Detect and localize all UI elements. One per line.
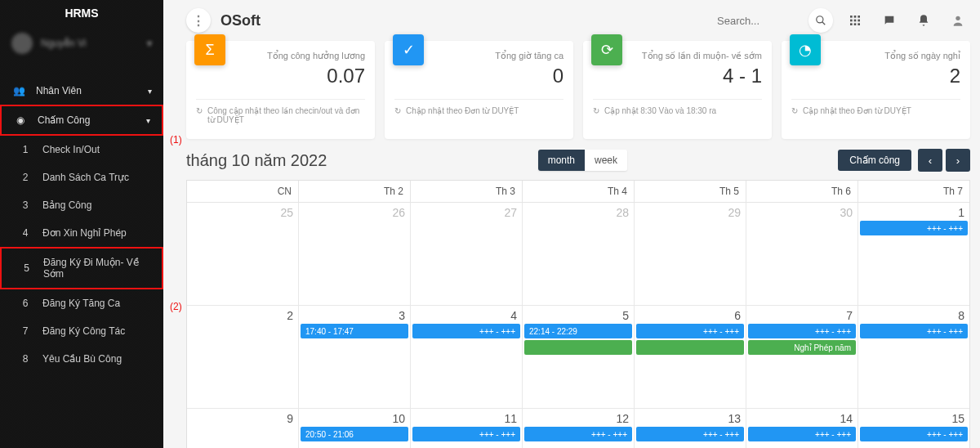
svg-rect-8 xyxy=(850,23,853,25)
calendar-event[interactable]: +++ - +++ xyxy=(748,427,856,441)
calendar-cell[interactable]: 4+++ - +++ xyxy=(411,306,523,409)
sidebar-sub-1[interactable]: 1Check In/Out xyxy=(0,136,163,164)
apps-icon[interactable] xyxy=(843,8,867,33)
event-right: +++ - +++ xyxy=(927,327,963,336)
calendar-cell[interactable]: 26 xyxy=(299,203,411,306)
calendar-cell[interactable]: 12+++ - +++ xyxy=(523,409,635,448)
day-number: 6 xyxy=(639,309,741,322)
sidebar-item-chamcong[interactable]: ◉ Chấm Công ▾ xyxy=(0,105,163,136)
event-right: +++ - +++ xyxy=(479,327,515,336)
calendar-cell[interactable]: 11+++ - +++ xyxy=(411,409,523,448)
calendar-cell[interactable]: 25 xyxy=(187,203,299,306)
calendar-cell[interactable]: 9 xyxy=(187,409,299,448)
search-button[interactable] xyxy=(808,8,833,33)
calendar-event[interactable] xyxy=(636,340,744,355)
svg-point-11 xyxy=(956,16,960,20)
calendar: CNTh 2Th 3Th 4Th 5Th 6Th 72526272829301+… xyxy=(186,180,970,448)
calendar-cell[interactable]: 14+++ - +++ xyxy=(746,409,858,448)
sidebar-sub-num: 2 xyxy=(21,172,29,183)
calendar-event[interactable]: +++ - +++ xyxy=(412,324,520,338)
sidebar-sub-4[interactable]: 4Đơn Xin Nghỉ Phép xyxy=(0,219,163,247)
day-number: 3 xyxy=(304,309,405,322)
sidebar-sub-8[interactable]: 8Yêu Cầu Bù Công xyxy=(0,345,163,373)
card-footer: Cập nhật theo Đơn từ DUYỆT xyxy=(803,106,911,115)
calendar-event[interactable]: 17:40 - 17:47 xyxy=(301,324,408,338)
sidebar-user[interactable]: Nguyễn Vi ▾ xyxy=(0,26,163,60)
calendar-cell[interactable]: 7+++ - +++Nghỉ Phép năm xyxy=(746,306,858,409)
bell-icon[interactable] xyxy=(911,8,936,33)
calendar-cell[interactable]: 522:14 - 22:29 xyxy=(523,306,635,409)
search-input[interactable] xyxy=(717,15,799,27)
calendar-cell[interactable]: 30 xyxy=(746,203,858,306)
day-number: 12 xyxy=(528,412,629,425)
calendar-event[interactable]: +++ - +++ xyxy=(412,427,520,441)
topbar: ⋮ OSoft xyxy=(186,0,970,41)
calendar-event[interactable]: +++ - +++ xyxy=(860,221,968,235)
calendar-day-header: Th 4 xyxy=(523,181,635,203)
calendar-event[interactable] xyxy=(524,340,632,355)
card-icon: ✓ xyxy=(393,34,424,65)
sidebar-sub-7[interactable]: 7Đăng Ký Công Tác xyxy=(0,317,163,345)
day-number: 8 xyxy=(863,309,964,322)
calendar-cell[interactable]: 28 xyxy=(523,203,635,306)
sidebar-item-nhanvien[interactable]: 👥 Nhân Viên ▾ xyxy=(0,77,163,105)
view-week-button[interactable]: week xyxy=(585,150,627,171)
prev-button[interactable]: ‹ xyxy=(918,149,942,172)
calendar-event[interactable]: +++ - +++ xyxy=(636,324,744,338)
refresh-icon: ↻ xyxy=(791,106,798,115)
calendar-cell[interactable]: 1+++ - +++ xyxy=(858,203,969,306)
day-number: 30 xyxy=(751,206,853,219)
calendar-event[interactable]: +++ - +++ xyxy=(636,427,744,441)
menu-dots-button[interactable]: ⋮ xyxy=(186,8,211,33)
svg-rect-5 xyxy=(850,20,853,22)
event-right: +++ - +++ xyxy=(815,430,851,439)
user-icon[interactable] xyxy=(946,8,970,33)
event-right: +++ - +++ xyxy=(479,430,515,439)
sidebar-sub-5[interactable]: 5Đăng Ký Đi Muộn- Về Sớm xyxy=(0,247,163,289)
calendar-day-header: CN xyxy=(187,181,299,203)
calendar-nav: ‹ › xyxy=(918,149,970,172)
refresh-icon: ↻ xyxy=(196,106,203,115)
next-button[interactable]: › xyxy=(946,149,970,172)
chat-icon[interactable] xyxy=(877,8,902,33)
calendar-event[interactable]: 20:50 - 21:06 xyxy=(301,427,408,441)
calendar-cell[interactable]: 2 xyxy=(187,306,299,409)
sidebar-sub-3[interactable]: 3Bảng Công xyxy=(0,191,163,219)
day-number: 1 xyxy=(863,206,964,219)
day-number: 25 xyxy=(192,206,293,219)
calendar-cell[interactable]: 8+++ - +++ xyxy=(858,306,969,409)
calendar-cell[interactable]: 27 xyxy=(411,203,523,306)
day-number: 10 xyxy=(304,412,405,425)
day-number: 28 xyxy=(528,206,629,219)
calendar-event[interactable]: +++ - +++ xyxy=(860,324,968,338)
app-title: OSoft xyxy=(220,12,261,29)
sidebar-sub-num: 6 xyxy=(21,298,29,309)
view-month-button[interactable]: month xyxy=(538,150,585,171)
calendar-event[interactable]: 22:14 - 22:29 xyxy=(524,324,632,338)
day-number: 27 xyxy=(416,206,517,219)
svg-point-0 xyxy=(817,16,823,23)
calendar-event[interactable]: Nghỉ Phép năm xyxy=(748,340,856,355)
sidebar-sub-6[interactable]: 6Đăng Ký Tăng Ca xyxy=(0,289,163,317)
card-value: 0.07 xyxy=(196,65,365,87)
calendar-event[interactable]: +++ - +++ xyxy=(524,427,632,441)
calendar-event[interactable]: +++ - +++ xyxy=(748,324,856,338)
chevron-down-icon: ▾ xyxy=(147,38,152,49)
calendar-event[interactable]: +++ - +++ xyxy=(860,427,968,441)
sidebar-sub-2[interactable]: 2Danh Sách Ca Trực xyxy=(0,164,163,191)
svg-rect-9 xyxy=(854,23,857,25)
card-footer: Chập nhật theo Đơn từ DUYỆT xyxy=(406,106,519,115)
card-icon: ⟳ xyxy=(591,34,622,65)
calendar-cell[interactable]: 1020:50 - 21:06 xyxy=(299,409,411,448)
calendar-cell[interactable]: 13+++ - +++ xyxy=(635,409,746,448)
calendar-cell[interactable]: 15+++ - +++ xyxy=(858,409,969,448)
card-value: 0 xyxy=(394,65,564,87)
svg-rect-4 xyxy=(858,16,860,18)
chamcong-button[interactable]: Chấm công xyxy=(838,150,911,171)
calendar-cell[interactable]: 29 xyxy=(635,203,746,306)
avatar xyxy=(11,33,33,54)
day-number: 13 xyxy=(639,412,741,425)
refresh-icon: ↻ xyxy=(593,106,599,115)
calendar-cell[interactable]: 6+++ - +++ xyxy=(635,306,746,409)
calendar-cell[interactable]: 317:40 - 17:47 xyxy=(299,306,411,409)
